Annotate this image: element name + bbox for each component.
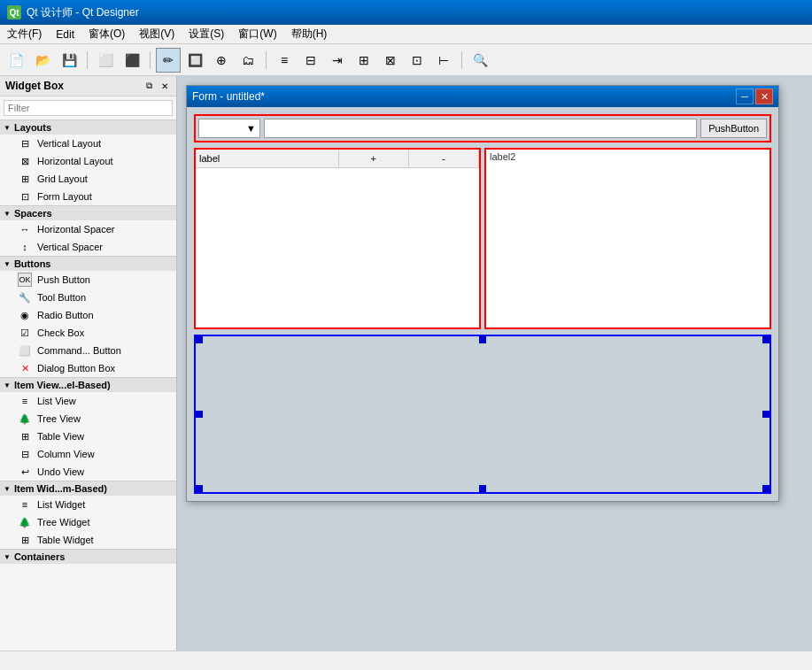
edit-mode-btn[interactable]: ✏ xyxy=(156,48,181,73)
toolbar-sep-3 xyxy=(266,51,267,69)
menu-window[interactable]: 窗口(W) xyxy=(231,25,283,44)
widget-item-list-widget[interactable]: ≡ List Widget xyxy=(0,496,176,513)
layout-btn-5[interactable]: ⊠ xyxy=(378,48,403,73)
widget-box-controls: ⧉ ✕ xyxy=(143,80,171,92)
section-spacers[interactable]: Spacers xyxy=(0,205,176,220)
widget-item-vertical-spacer[interactable]: ↕ Vertical Spacer xyxy=(0,238,176,256)
widget-item-vertical-layout[interactable]: ⊟ Vertical Layout xyxy=(0,135,176,152)
layout-btn-1[interactable]: ≡ xyxy=(272,48,297,73)
widget-item-grid-layout[interactable]: ⊞ Grid Layout xyxy=(0,170,176,188)
vertical-layout-icon: ⊟ xyxy=(18,136,32,150)
form-minimize-btn[interactable]: ─ xyxy=(736,89,754,104)
tab-btn[interactable]: 🗂 xyxy=(236,48,260,73)
layout-btn-4[interactable]: ⊞ xyxy=(352,48,376,73)
push-button[interactable]: PushButton xyxy=(700,119,767,138)
widget-item-label: Tree View xyxy=(37,413,81,424)
widget-item-tree-widget[interactable]: 🌲 Tree Widget xyxy=(0,513,176,531)
toolbar-sep-2 xyxy=(150,51,151,69)
widget-item-label: Push Button xyxy=(37,274,90,285)
app-icon: Qt xyxy=(7,5,21,19)
menu-form[interactable]: 窗体(O) xyxy=(81,25,132,44)
widget-item-label: Command... Button xyxy=(37,345,121,356)
line-edit[interactable] xyxy=(264,119,697,138)
layout-btn-7[interactable]: ⊢ xyxy=(431,48,456,73)
widget-btn-2[interactable]: ⬛ xyxy=(120,48,144,73)
handle-br[interactable] xyxy=(762,485,769,492)
handle-tr[interactable] xyxy=(762,336,769,343)
section-buttons[interactable]: Buttons xyxy=(0,256,176,271)
widget-item-label: Horizontal Layout xyxy=(37,156,113,166)
form-area: Form - untitled* ─ ✕ ▼ PushButton xyxy=(177,76,812,651)
widget-item-label: List Widget xyxy=(37,499,85,510)
widget-item-check-box[interactable]: ☑ Check Box xyxy=(0,324,176,342)
form-row3 xyxy=(194,335,771,494)
section-item-views[interactable]: Item View...el-Based) xyxy=(0,377,176,392)
menu-help[interactable]: 帮助(H) xyxy=(284,25,335,44)
titlebar: Qt Qt 设计师 - Qt Designer xyxy=(0,0,812,25)
form-row1: ▼ PushButton xyxy=(194,114,771,142)
panel-left: label + - xyxy=(194,148,481,329)
combo-box[interactable]: ▼ xyxy=(198,119,260,138)
panel-left-col-plus[interactable]: + xyxy=(339,150,409,167)
widget-item-table-widget[interactable]: ⊞ Table Widget xyxy=(0,531,176,549)
form-content: ▼ PushButton label + - xyxy=(187,107,778,501)
menu-view[interactable]: 视图(V) xyxy=(132,25,182,44)
widget-item-label: Undo View xyxy=(37,466,84,477)
widget-item-list-view[interactable]: ≡ List View xyxy=(0,392,176,410)
form-window: Form - untitled* ─ ✕ ▼ PushButton xyxy=(186,85,779,502)
save-button[interactable]: 💾 xyxy=(57,48,81,73)
widget-item-tree-view[interactable]: 🌲 Tree View xyxy=(0,410,176,427)
grid-layout-icon: ⊞ xyxy=(18,172,32,186)
widget-item-dialog-button-box[interactable]: ✕ Dialog Button Box xyxy=(0,359,176,377)
handle-ml[interactable] xyxy=(196,411,203,418)
undo-view-icon: ↩ xyxy=(18,465,32,479)
widget-item-tool-button[interactable]: 🔧 Tool Button xyxy=(0,289,176,306)
handle-tl[interactable] xyxy=(196,336,203,343)
widget-item-column-view[interactable]: ⊟ Column View xyxy=(0,445,176,463)
handle-bm[interactable] xyxy=(479,485,486,492)
widget-item-push-button[interactable]: OK Push Button xyxy=(0,271,176,289)
handle-bl[interactable] xyxy=(196,485,203,492)
handle-mr[interactable] xyxy=(762,411,769,418)
widget-item-horizontal-spacer[interactable]: ↔ Horizontal Spacer xyxy=(0,220,176,238)
widget-item-undo-view[interactable]: ↩ Undo View xyxy=(0,463,176,481)
layout-btn-6[interactable]: ⊡ xyxy=(405,48,429,73)
widget-item-label: Dialog Button Box xyxy=(37,363,115,374)
panel-left-col-minus[interactable]: - xyxy=(409,150,479,167)
section-layouts[interactable]: Layouts xyxy=(0,119,176,135)
form-close-btn[interactable]: ✕ xyxy=(755,89,773,104)
handle-tm[interactable] xyxy=(479,336,486,343)
menu-file[interactable]: 文件(F) xyxy=(0,25,49,44)
widget-item-form-layout[interactable]: ⊡ Form Layout xyxy=(0,188,176,205)
panel-left-body xyxy=(196,168,479,327)
tree-widget-icon: 🌲 xyxy=(18,515,32,529)
section-item-widgets[interactable]: Item Wid...m-Based) xyxy=(0,481,176,496)
widget-box-float-btn[interactable]: ⧉ xyxy=(143,80,155,92)
widget-box-close-btn[interactable]: ✕ xyxy=(159,80,171,92)
filter-input[interactable] xyxy=(4,100,173,116)
widget-box: Widget Box ⧉ ✕ Layouts ⊟ Vertical Layout… xyxy=(0,76,177,651)
search-btn[interactable]: 🔍 xyxy=(468,48,492,73)
select-mode-btn[interactable]: 🔲 xyxy=(182,48,207,73)
connect-btn[interactable]: ⊕ xyxy=(209,48,234,73)
open-button[interactable]: 📂 xyxy=(30,48,55,73)
layout-btn-3[interactable]: ⇥ xyxy=(325,48,350,73)
horizontal-layout-icon: ⊠ xyxy=(18,154,32,168)
new-button[interactable]: 📄 xyxy=(4,48,28,73)
form-win-controls: ─ ✕ xyxy=(736,89,773,104)
panel-left-col-label: label xyxy=(196,150,339,167)
radio-button-icon: ◉ xyxy=(18,308,32,322)
layout-btn-2[interactable]: ⊟ xyxy=(298,48,323,73)
widget-item-radio-button[interactable]: ◉ Radio Button xyxy=(0,306,176,324)
column-view-icon: ⊟ xyxy=(18,447,32,461)
widget-item-table-view[interactable]: ⊞ Table View xyxy=(0,427,176,445)
widget-btn-1[interactable]: ⬜ xyxy=(93,48,118,73)
list-widget-icon: ≡ xyxy=(18,497,32,512)
statusbar xyxy=(0,651,812,670)
widget-item-label: Horizontal Spacer xyxy=(37,224,114,235)
widget-item-horizontal-layout[interactable]: ⊠ Horizontal Layout xyxy=(0,152,176,170)
menu-edit[interactable]: Edit xyxy=(49,25,81,44)
widget-item-command-button[interactable]: ⬜ Command... Button xyxy=(0,342,176,359)
menu-settings[interactable]: 设置(S) xyxy=(182,25,231,44)
section-containers[interactable]: Containers xyxy=(0,549,176,564)
